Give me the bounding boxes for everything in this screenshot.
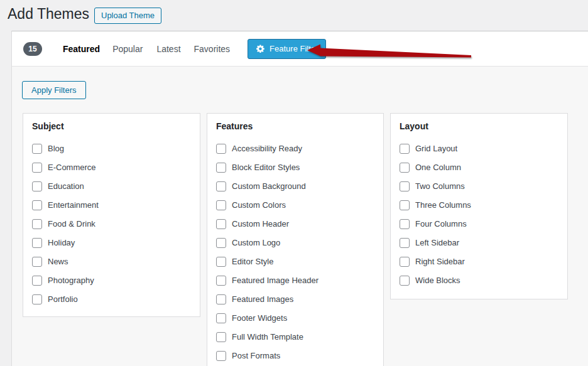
page-title: Add Themes (8, 5, 89, 23)
filter-option-label: Block Editor Styles (232, 163, 300, 173)
checkbox-unchecked[interactable] (32, 276, 42, 286)
checkbox-unchecked[interactable] (216, 332, 226, 342)
filter-option[interactable]: Two Columns (400, 177, 558, 196)
filter-option[interactable]: Featured Images (216, 290, 374, 309)
filter-option-label: Custom Logo (232, 238, 280, 248)
checkbox-unchecked[interactable] (400, 144, 410, 154)
filter-option[interactable]: News (32, 252, 191, 271)
filter-option[interactable]: Left Sidebar (400, 234, 558, 252)
filter-option[interactable]: Wide Blocks (400, 271, 558, 290)
filter-option[interactable]: Food & Drink (32, 215, 191, 234)
filter-option[interactable]: E-Commerce (32, 158, 191, 177)
filter-tabs: Featured Popular Latest Favorites (42, 44, 230, 54)
theme-count-badge: 15 (23, 42, 42, 56)
checkbox-unchecked[interactable] (400, 181, 410, 191)
checkbox-unchecked[interactable] (400, 238, 410, 248)
filter-list: BlogE-CommerceEducationEntertainmentFood… (32, 139, 191, 309)
filter-option-label: Custom Background (232, 181, 306, 191)
checkbox-unchecked[interactable] (216, 313, 226, 323)
filter-option-label: Entertainment (48, 200, 99, 210)
filter-option[interactable]: Photography (32, 271, 191, 290)
filter-option[interactable]: Right Sidebar (400, 252, 558, 271)
checkbox-unchecked[interactable] (32, 294, 42, 304)
tab-featured[interactable]: Featured (63, 44, 100, 54)
feature-filter-drawer: Apply Filters Subject BlogE-CommerceEduc… (11, 67, 588, 366)
filter-option-label: Footer Widgets (232, 313, 287, 323)
filter-option[interactable]: One Column (400, 158, 558, 177)
filter-option[interactable]: Portfolio (32, 290, 191, 309)
checkbox-unchecked[interactable] (216, 351, 226, 361)
filter-option-label: Four Columns (415, 219, 467, 229)
page-header: Add Themes Upload Theme (0, 0, 588, 31)
filter-option-label: Custom Header (232, 219, 289, 229)
filter-option[interactable]: Entertainment (32, 196, 191, 215)
checkbox-unchecked[interactable] (216, 163, 226, 173)
filter-option-label: E-Commerce (48, 163, 96, 173)
filter-option-label: Accessibility Ready (232, 144, 302, 154)
filter-option[interactable]: Three Columns (400, 196, 558, 215)
filter-option-label: Custom Colors (232, 200, 286, 210)
checkbox-unchecked[interactable] (32, 238, 42, 248)
filter-option-label: Two Columns (415, 181, 465, 191)
filter-option[interactable]: Featured Image Header (216, 271, 374, 290)
checkbox-unchecked[interactable] (216, 294, 226, 304)
checkbox-unchecked[interactable] (400, 200, 410, 210)
checkbox-unchecked[interactable] (400, 276, 410, 286)
filter-option[interactable]: Four Columns (400, 215, 558, 234)
tab-favorites[interactable]: Favorites (194, 44, 231, 54)
tab-latest[interactable]: Latest (156, 44, 180, 54)
checkbox-unchecked[interactable] (216, 257, 226, 267)
filter-option[interactable]: Editor Style (216, 252, 374, 271)
filter-option[interactable]: Custom Header (216, 215, 374, 234)
filter-option-label: Photography (48, 276, 94, 286)
filter-option[interactable]: Custom Logo (216, 234, 374, 252)
feature-filter-label: Feature Filter (270, 44, 318, 53)
filter-option[interactable]: Holiday (32, 234, 191, 252)
checkbox-unchecked[interactable] (32, 163, 42, 173)
tab-popular[interactable]: Popular (112, 44, 143, 54)
filter-option-label: Blog (48, 144, 64, 154)
filter-option-label: One Column (415, 163, 461, 173)
checkbox-unchecked[interactable] (400, 163, 410, 173)
feature-filter-button[interactable]: Feature Filter (248, 39, 326, 59)
filter-option[interactable]: Custom Colors (216, 196, 374, 215)
filter-option-label: Education (48, 181, 84, 191)
filter-option-label: Featured Images (232, 294, 293, 304)
filter-option[interactable]: Education (32, 177, 191, 196)
gear-icon (256, 44, 265, 53)
group-title: Subject (32, 121, 191, 131)
checkbox-unchecked[interactable] (400, 219, 410, 229)
checkbox-unchecked[interactable] (32, 181, 42, 191)
filter-option[interactable]: Block Editor Styles (216, 158, 374, 177)
checkbox-unchecked[interactable] (32, 257, 42, 267)
filter-option[interactable]: Blog (32, 139, 191, 158)
filter-option[interactable]: Full Width Template (216, 328, 374, 347)
filter-option-label: Post Formats (232, 351, 280, 361)
filter-option[interactable]: Footer Widgets (216, 309, 374, 328)
checkbox-unchecked[interactable] (32, 219, 42, 229)
checkbox-unchecked[interactable] (400, 257, 410, 267)
checkbox-unchecked[interactable] (216, 238, 226, 248)
filter-option[interactable]: Post Formats (216, 347, 374, 365)
checkbox-unchecked[interactable] (216, 219, 226, 229)
group-title: Layout (400, 121, 558, 131)
filter-option[interactable]: Grid Layout (400, 139, 558, 158)
filter-option-label: Wide Blocks (415, 276, 460, 286)
filter-option[interactable]: Accessibility Ready (216, 139, 374, 158)
group-title: Features (216, 121, 374, 131)
checkbox-unchecked[interactable] (216, 276, 226, 286)
filter-option-label: News (48, 257, 68, 267)
checkbox-unchecked[interactable] (216, 181, 226, 191)
filter-list: Grid LayoutOne ColumnTwo ColumnsThree Co… (400, 139, 558, 290)
apply-filters-button[interactable]: Apply Filters (22, 81, 86, 99)
filter-option-label: Holiday (48, 238, 75, 248)
filter-option-label: Food & Drink (48, 219, 95, 229)
checkbox-unchecked[interactable] (216, 144, 226, 154)
filter-option[interactable]: Custom Background (216, 177, 374, 196)
filter-option-label: Full Width Template (232, 332, 303, 342)
checkbox-unchecked[interactable] (32, 200, 42, 210)
filter-option-label: Three Columns (415, 200, 471, 210)
checkbox-unchecked[interactable] (32, 144, 42, 154)
checkbox-unchecked[interactable] (216, 200, 226, 210)
upload-theme-button[interactable]: Upload Theme (94, 8, 161, 24)
